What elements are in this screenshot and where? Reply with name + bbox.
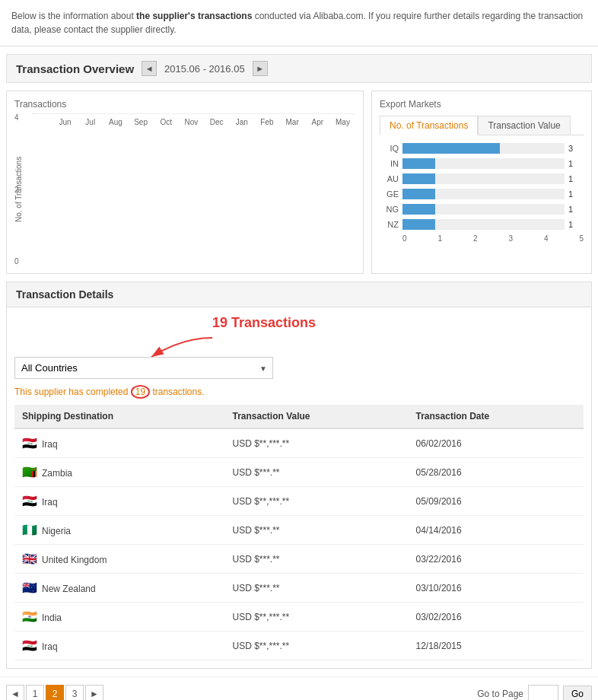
date-6: 03/10/2016	[409, 574, 584, 603]
details-body: 19 Transactions All Countries Iraq Zambi…	[7, 307, 591, 668]
y-label-0: 0	[14, 257, 19, 266]
x-label-mar: Mar	[280, 118, 305, 126]
flag-zambia: 🇿🇲	[22, 466, 37, 479]
market-count-au: 1	[568, 174, 584, 183]
date-prev-button[interactable]: ◄	[142, 61, 157, 76]
table-row: 🇿🇲Zambia USD $***.** 05/28/2016	[14, 458, 584, 487]
x-2: 2	[473, 234, 478, 243]
market-row-in: IN 1	[380, 158, 584, 169]
country-select[interactable]: All Countries Iraq Zambia Nigeria United…	[14, 357, 273, 379]
flag-iraq-3: 🇮🇶	[22, 639, 37, 652]
flag-uk: 🇬🇧	[22, 552, 37, 565]
intro-before: Below is the information about	[11, 11, 136, 21]
x-label-jan: Jan	[229, 118, 254, 126]
intro-bold: the supplier's transactions	[136, 11, 252, 21]
country-iraq-2: 🇮🇶Iraq	[14, 487, 224, 516]
page-1-button[interactable]: 1	[26, 685, 44, 700]
x-5: 5	[579, 234, 584, 243]
transactions-table: Shipping Destination Transaction Value T…	[14, 405, 584, 660]
x-label-sep: Sep	[129, 118, 154, 126]
tab-transaction-value[interactable]: Transaction Value	[478, 116, 570, 135]
y-labels: 4 2 0	[14, 113, 19, 266]
flag-india: 🇮🇳	[22, 610, 37, 623]
page-2-button[interactable]: 2	[46, 685, 64, 700]
x-label-jun: Jun	[52, 118, 78, 126]
date-3: 05/09/2016	[409, 487, 584, 516]
chart-area	[33, 113, 355, 114]
value-1: USD $**,***.**	[224, 428, 408, 458]
page-next-button[interactable]: ►	[85, 685, 103, 700]
x-label-aug: Aug	[103, 118, 128, 126]
goto-label: Go to Page	[477, 689, 523, 699]
table-row: 🇮🇶Iraq USD $**,***.** 06/02/2016	[14, 428, 584, 458]
table-row: 🇮🇳India USD $**,***.** 03/02/2016	[14, 603, 584, 632]
market-bar-nz	[402, 219, 565, 230]
details-header: Transaction Details	[7, 282, 591, 307]
transaction-details-section: Transaction Details 19 Transactions All …	[6, 282, 592, 669]
x-label-apr: Apr	[305, 118, 330, 126]
market-bar-ng	[402, 204, 565, 215]
country-select-wrapper: All Countries Iraq Zambia Nigeria United…	[14, 357, 273, 379]
market-bar-au	[402, 173, 565, 184]
market-count-nz: 1	[568, 220, 584, 229]
intro-text: Below is the information about the suppl…	[0, 0, 598, 46]
col-shipping: Shipping Destination	[14, 405, 224, 428]
market-row-nz: NZ 1	[380, 219, 584, 230]
x-label-jul: Jul	[78, 118, 103, 126]
x-label-may: May	[330, 118, 355, 126]
transaction-overview-title: Transaction Overview	[16, 62, 134, 75]
date-8: 12/18/2015	[409, 632, 584, 660]
export-markets-title: Export Markets	[380, 99, 584, 110]
market-row-au: AU 1	[380, 173, 584, 184]
market-count-ng: 1	[568, 205, 584, 214]
goto-page: Go to Page Go	[477, 685, 592, 700]
market-code-iq: IQ	[380, 144, 399, 153]
date-7: 03/02/2016	[409, 603, 584, 632]
date-4: 04/14/2016	[409, 516, 584, 545]
market-bar-iq	[402, 143, 565, 154]
value-4: USD $***.**	[224, 516, 408, 545]
page-buttons: ◄ 1 2 3 ►	[6, 685, 103, 700]
annotation-container: 19 Transactions	[14, 315, 584, 353]
country-india: 🇮🇳India	[14, 603, 224, 632]
date-2: 05/28/2016	[409, 458, 584, 487]
x-label-dec: Dec	[204, 118, 229, 126]
market-count-iq: 3	[568, 144, 584, 153]
table-row: 🇮🇶Iraq USD $**,***.** 12/18/2015	[14, 632, 584, 660]
market-code-in: IN	[380, 159, 399, 168]
market-code-ng: NG	[380, 205, 399, 214]
completed-count: 19	[131, 385, 150, 399]
details-title: Transaction Details	[16, 288, 582, 301]
x-labels: Jun Jul Aug Sep Oct Nov Dec Jan Feb Mar …	[52, 118, 355, 126]
table-row: 🇮🇶Iraq USD $**,***.** 05/09/2016	[14, 487, 584, 516]
goto-input[interactable]	[528, 685, 558, 700]
table-header-row: Shipping Destination Transaction Value T…	[14, 405, 584, 428]
country-nz: 🇳🇿New Zealand	[14, 574, 224, 603]
market-row-ng: NG 1	[380, 204, 584, 215]
market-bar-ge	[402, 189, 565, 199]
x-1: 1	[437, 234, 442, 243]
flag-nigeria: 🇳🇬	[22, 523, 37, 536]
flag-iraq-1: 🇮🇶	[22, 437, 37, 450]
col-date: Transaction Date	[409, 405, 584, 428]
value-6: USD $***.**	[224, 574, 408, 603]
chart-title: Transactions	[14, 99, 355, 110]
page-3-button[interactable]: 3	[65, 685, 84, 700]
transactions-chart: Transactions No. of Transactions 4 2 0	[6, 91, 364, 274]
date-range: 2015.06 - 2016.05	[164, 63, 245, 75]
tab-no-transactions[interactable]: No. of Transactions	[380, 116, 478, 135]
x-4: 4	[544, 234, 549, 243]
x-label-oct: Oct	[154, 118, 179, 126]
flag-nz: 🇳🇿	[22, 581, 37, 594]
goto-button[interactable]: Go	[563, 686, 592, 700]
page-prev-button[interactable]: ◄	[6, 685, 24, 700]
completed-after: transactions.	[150, 387, 204, 397]
col-value: Transaction Value	[224, 405, 408, 428]
table-row: 🇬🇧United Kingdom USD $***.** 03/22/2016	[14, 545, 584, 574]
x-label-nov: Nov	[179, 118, 204, 126]
table-row: 🇳🇿New Zealand USD $***.** 03/10/2016	[14, 574, 584, 603]
value-2: USD $***.**	[224, 458, 408, 487]
value-8: USD $**,***.**	[224, 632, 408, 660]
market-count-in: 1	[568, 159, 584, 168]
date-next-button[interactable]: ►	[253, 61, 268, 76]
